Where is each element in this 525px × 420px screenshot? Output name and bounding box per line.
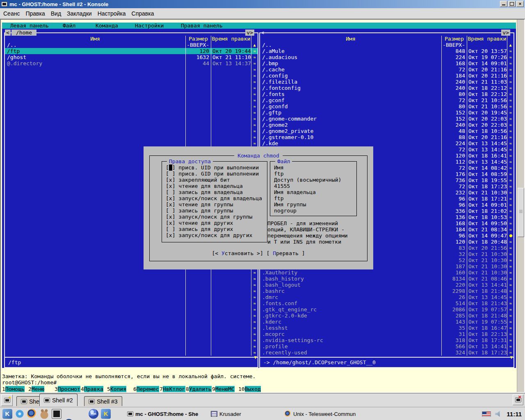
file-row[interactable]: ≈ (5, 91, 258, 97)
set-button[interactable]: [< Установить >] (212, 250, 263, 256)
file-row[interactable]: ≈ (5, 313, 258, 319)
menu-item-Настройка[interactable]: Настройка (98, 9, 129, 18)
file-row[interactable]: ≈ (5, 134, 258, 140)
file-row[interactable]: ≈ (5, 128, 258, 134)
file-row[interactable]: ≈ (5, 319, 258, 325)
amule-icon[interactable] (39, 409, 49, 419)
file-row[interactable]: .bash_history8134Окт 21 08:46≈ (260, 276, 514, 282)
file-row[interactable]: ≈ (5, 349, 258, 356)
close-button[interactable]: × (516, 1, 524, 7)
chmod-checkbox[interactable]: [x] запуск/поиск для группы (166, 214, 266, 220)
cancel-button[interactable]: [ Прервать ] (267, 250, 305, 256)
keyboard-layout-flag-icon[interactable] (482, 411, 491, 417)
window-titlebar[interactable]: mc - GHOST:/home - Shell #2 - Konsole × (0, 0, 525, 8)
chmod-checkbox[interactable]: [x] запуск/поиск для владельца (166, 195, 266, 201)
column-header-name[interactable]: Имя (260, 36, 441, 42)
file-row[interactable]: .profile566Окт 13 14:41≈ (260, 343, 514, 349)
new-session-button[interactable]: ★ (1, 395, 13, 406)
mc-command-prompt[interactable]: root@GHOST:/home# (2, 379, 516, 386)
taskbar-button[interactable]: mc - GHOST:/home - She (126, 409, 208, 419)
minimize-button[interactable] (500, 1, 507, 7)
file-row[interactable]: ≈ (5, 110, 258, 116)
maximize-button[interactable] (508, 1, 516, 7)
file-row[interactable]: ≈ (5, 97, 258, 103)
fkey-8[interactable]: 8Удалить (186, 386, 212, 392)
file-row[interactable]: ≈ (5, 85, 258, 91)
panel-history-arrow[interactable]: < (5, 30, 11, 36)
panel-history-arrow[interactable]: < (261, 30, 264, 36)
chmod-checkbox[interactable]: [ ] запись для группы (166, 208, 266, 214)
tab-shell-3[interactable]: Shell #3 (84, 396, 122, 406)
chmod-dialog[interactable]: Команда chmod Права доступа [ ] присв. U… (144, 146, 373, 269)
file-row[interactable]: /.gftp152Окт 20 19:45≈ (260, 110, 514, 116)
taskbar-button[interactable]: Unix - Telesweet-Commun (283, 409, 369, 419)
menu-item-Сеанс[interactable]: Сеанс (3, 9, 23, 18)
file-row[interactable]: .fonts.conf514Окт 18 21:43≈ (260, 300, 514, 306)
file-row[interactable]: ≈ (5, 66, 258, 73)
file-row[interactable]: /.gstreamer-0.1088Окт 20 21:16≈ (260, 134, 514, 140)
file-row[interactable]: ≈ (5, 140, 258, 146)
file-row[interactable]: .bashrc2298Окт 18 21:48≈ (260, 288, 514, 294)
mc-menu-item[interactable]: Файл (63, 23, 75, 29)
file-row[interactable]: ≈ (5, 276, 258, 282)
menu-item-Справка[interactable]: Справка (132, 9, 158, 18)
file-row[interactable]: /.fonts80Окт 18 22:12≈ (260, 91, 514, 97)
terminal-viewport[interactable]: Левая панельФайлКомандаНастройкиПравая п… (0, 19, 525, 393)
fkey-3[interactable]: 3Просмот (55, 386, 80, 392)
settings-gear-icon[interactable] (15, 409, 25, 419)
file-row[interactable]: ≈ (5, 103, 258, 110)
file-row[interactable]: /ftp120Окт 20 19:44≈ (5, 48, 258, 54)
close-session-button[interactable]: ✕ (513, 395, 523, 405)
taskbar-clock[interactable]: 11:11 (507, 411, 522, 418)
kmenu-icon[interactable]: K (2, 409, 12, 419)
file-row[interactable]: /.fontconfig240Окт 18 22:12≈ (260, 85, 514, 91)
column-header-size[interactable]: Размер (185, 36, 211, 42)
file-row[interactable]: /..-ВВЕРХ-▲ (5, 42, 258, 48)
file-row[interactable]: ≈ (5, 300, 258, 306)
taskbar-button[interactable]: Krusader (209, 409, 258, 419)
chmod-checkbox[interactable]: [x] чтение для других (166, 220, 266, 226)
file-row[interactable]: /.aMule848Окт 20 13:57≈ (260, 48, 514, 54)
file-row[interactable]: ≈ (5, 337, 258, 343)
file-row[interactable]: .dmrc26Окт 13 14:45≈ (260, 294, 514, 300)
file-row[interactable]: ≈ (5, 73, 258, 79)
file-row[interactable]: .gtkrc-2.0-kde285Окт 18 21:48≈ (260, 313, 514, 319)
file-row[interactable]: ≈ (5, 116, 258, 122)
chmod-checkbox[interactable]: [x] чтение для владельца (166, 183, 266, 189)
file-row[interactable]: ≈ (5, 306, 258, 313)
file-row[interactable]: ≈ (5, 288, 258, 294)
file-row[interactable]: /.gnome2_private48Окт 18 10:56≈ (260, 128, 514, 134)
column-header-name[interactable]: Имя (5, 36, 185, 42)
file-row[interactable]: .mcoprc31Окт 18 22:13≈ (260, 331, 514, 337)
column-header-time[interactable]: Время правки (211, 36, 251, 42)
menu-item-Закладки[interactable]: Закладки (67, 9, 95, 18)
file-row[interactable]: /.cache72Окт 20 21:16≈ (260, 66, 514, 73)
file-row[interactable]: /ghost1632Окт 21 11:10≈ (5, 54, 258, 60)
chmod-checkbox[interactable]: [ ] присв. GID при выполнении (166, 171, 266, 177)
menu-item-Вид[interactable]: Вид (51, 9, 64, 18)
file-row[interactable]: /.audacious224Окт 19 07:26≈ (260, 54, 514, 60)
file-row[interactable]: /.gnome2240Окт 20 22:03≈ (260, 122, 514, 128)
kde-app-icon[interactable]: K (101, 409, 111, 419)
file-row[interactable]: /.gconfd80Окт 21 10:56≈ (260, 103, 514, 110)
file-row[interactable]: .bash_logout220Окт 13 14:41≈ (260, 282, 514, 288)
file-row[interactable]: /.gnome-commander152Окт 20 22:03≈ (260, 116, 514, 122)
chmod-checkbox[interactable]: [x] закрепляющий бит (166, 177, 266, 183)
file-row[interactable]: /.filezilla240Окт 21 11:03≈ (260, 79, 514, 85)
menu-item-Правка[interactable]: Правка (25, 9, 48, 18)
tab-shell-2[interactable]: Shell #2 (39, 394, 78, 406)
fkey-2[interactable]: 2Меню (28, 386, 44, 392)
chmod-checkbox[interactable]: [ ] запись для владельца (166, 189, 266, 195)
fkey-10[interactable]: 10Выход (238, 386, 261, 392)
konsole-icon[interactable] (52, 409, 62, 419)
panel-path[interactable]: ~ (267, 30, 277, 36)
file-row[interactable]: /.bmp168Окт 14 09:01≈ (260, 60, 514, 66)
volume-speaker-icon[interactable] (495, 411, 502, 417)
file-row[interactable]: /.kde224Окт 13 14:45≈ (260, 140, 514, 146)
file-row[interactable]: .nvidia-settings-rc318Окт 18 17:31≈ (260, 337, 514, 343)
fkey-9[interactable]: 9МенюМС (212, 386, 235, 392)
file-row[interactable]: ≈ (5, 269, 258, 276)
fkey-5[interactable]: 5Копия (107, 386, 126, 392)
panel-path[interactable]: /home (11, 30, 37, 36)
file-row[interactable]: .recently-used324Окт 18 17:23≈ (260, 349, 514, 356)
